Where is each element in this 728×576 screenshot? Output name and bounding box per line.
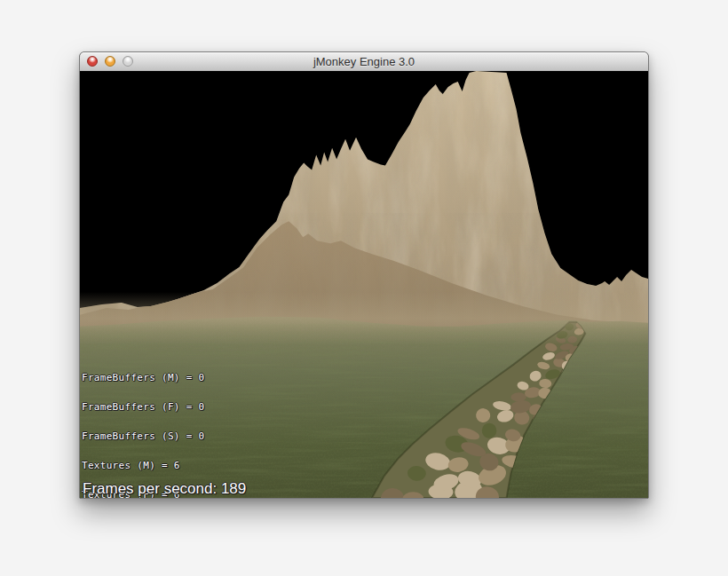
stats-line: FrameBuffers (S) = 0	[82, 431, 204, 441]
window-title: jMonkey Engine 3.0	[80, 55, 648, 68]
stats-overlay: FrameBuffers (M) = 0 FrameBuffers (F) = …	[82, 353, 204, 498]
stats-line: Textures (M) = 6	[82, 461, 204, 470]
stats-line: FrameBuffers (F) = 0	[82, 402, 204, 412]
viewport-3d[interactable]: FrameBuffers (M) = 0 FrameBuffers (F) = …	[80, 71, 648, 498]
app-window: jMonkey Engine 3.0	[79, 51, 649, 499]
horizon-haze	[80, 292, 648, 345]
stats-line: FrameBuffers (M) = 0	[82, 373, 204, 383]
window-titlebar[interactable]: jMonkey Engine 3.0	[80, 52, 648, 72]
fps-counter: Frames per second: 189	[83, 480, 246, 498]
